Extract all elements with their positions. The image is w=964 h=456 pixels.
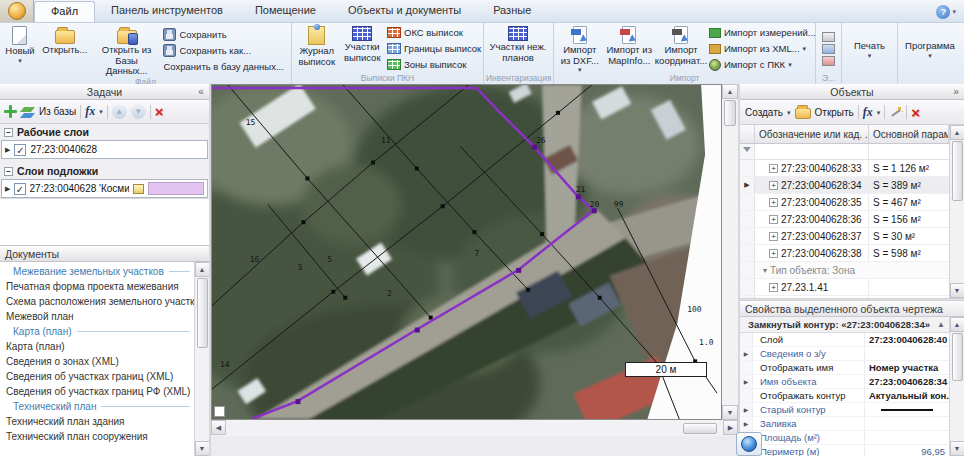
- map-canvas[interactable]: 151116142621209925371.0100 20 м: [211, 84, 722, 420]
- properties-group-header[interactable]: Замкнутый контур: «27:23:0040628:34» ▲: [740, 317, 949, 333]
- document-item[interactable]: Сведения о зонах (XML): [0, 354, 194, 369]
- import-xml-button[interactable]: Импорт из XML... ▾: [707, 41, 813, 57]
- new-button[interactable]: Новый ▾: [2, 24, 38, 77]
- globe-button[interactable]: [736, 432, 762, 456]
- uchastki-vypisok-button[interactable]: Участки выписок: [340, 24, 386, 73]
- settings-wand-icon[interactable]: [889, 106, 902, 119]
- document-item[interactable]: Карта (план): [0, 324, 194, 339]
- chevron-down-icon[interactable]: ▾: [877, 109, 881, 116]
- column-header-parameter[interactable]: Основной параметр: [869, 125, 949, 143]
- layer-visibility-checkbox[interactable]: ✓: [14, 183, 25, 195]
- document-item[interactable]: Технический план: [0, 399, 194, 414]
- scroll-up-icon[interactable]: ▲: [950, 125, 964, 140]
- property-row[interactable]: ▶ Имя объекта 27:23:0040628:34: [740, 375, 949, 389]
- expand-plus-icon[interactable]: +: [769, 198, 778, 207]
- document-item[interactable]: Схема расположения земельного участка: [0, 294, 194, 309]
- property-value[interactable]: 27:23:0040628:40: [865, 333, 949, 346]
- table-row[interactable]: ▶ + ▾ 27:23:0040628:34 S = 389 м²: [740, 177, 949, 194]
- map-horizontal-scrollbar[interactable]: ◀ ▶: [211, 420, 738, 436]
- save-to-db-button[interactable]: Сохранить в базу данных...: [161, 58, 289, 74]
- scrollbar-thumb[interactable]: [683, 423, 717, 434]
- delete-object-button[interactable]: ×: [911, 106, 920, 119]
- property-row[interactable]: ▶ Старый контур: [740, 403, 949, 417]
- document-item[interactable]: Технический план сооружения: [0, 429, 194, 444]
- document-item[interactable]: Межевание земельных участков: [0, 264, 194, 279]
- working-layers-group[interactable]: − Рабочие слои: [0, 124, 209, 140]
- property-value[interactable]: [865, 347, 949, 360]
- document-item[interactable]: Сведения об участках границ (XML): [0, 369, 194, 384]
- scroll-down-icon[interactable]: ▼: [722, 405, 738, 420]
- expand-plus-icon[interactable]: +: [769, 249, 778, 258]
- property-value[interactable]: 27:23:0040628:34: [865, 375, 949, 388]
- collapse-minus-icon[interactable]: −: [4, 167, 13, 176]
- scrollbar-thumb[interactable]: [724, 100, 736, 126]
- open-from-db-button[interactable]: Открыть из Базы Данных...: [92, 24, 162, 77]
- filter-row[interactable]: [740, 144, 949, 160]
- scroll-left-icon[interactable]: ◀: [211, 420, 226, 435]
- table-row[interactable]: ▶ + ▾ 27.23.1.41: [740, 279, 949, 296]
- document-item[interactable]: Межевой план: [0, 309, 194, 324]
- map-vertical-scrollbar[interactable]: ▲ ▼: [722, 84, 738, 420]
- collapse-up-icon[interactable]: ▲: [937, 320, 945, 329]
- print-button[interactable]: Печать ▾: [845, 38, 895, 59]
- objects-scrollbar[interactable]: ▲ ▼: [949, 125, 964, 298]
- property-row[interactable]: ▶ Отображать имя Номер участка: [740, 361, 949, 375]
- table-row[interactable]: ▶ + ▾ 27:23:0040628:37 S = 30 м²: [740, 228, 949, 245]
- expand-plus-icon[interactable]: +: [769, 164, 778, 173]
- expand-plus-icon[interactable]: +: [769, 283, 778, 292]
- layer-color-swatch[interactable]: [148, 182, 204, 195]
- zony-vypisok-button[interactable]: Зоны выписок: [385, 57, 481, 73]
- working-layer-row[interactable]: ▶ ✓ 27:23:0040628: [1, 140, 208, 159]
- property-row[interactable]: ▶ Заливка: [740, 417, 949, 431]
- table-row[interactable]: ▶ + ▾ 27:23:0040628:36 S = 156 м²: [740, 211, 949, 228]
- ribbon-tab[interactable]: Разные: [477, 1, 547, 22]
- document-item[interactable]: Технический план здания: [0, 414, 194, 429]
- scroll-up-icon[interactable]: ▲: [722, 84, 738, 99]
- expand-plus-icon[interactable]: +: [769, 232, 778, 241]
- property-value[interactable]: [865, 417, 949, 430]
- column-header-designation[interactable]: Обозначение или кад. ...: [755, 125, 869, 143]
- documents-scrollbar[interactable]: ▲ ▼: [194, 262, 209, 456]
- import-mapinfo-button[interactable]: Импорт из MapInfo...: [604, 24, 655, 73]
- ribbon-tab[interactable]: Файл: [34, 1, 95, 22]
- layer-visibility-checkbox[interactable]: ✓: [14, 144, 26, 156]
- row-expander-icon[interactable]: ▶: [5, 185, 10, 193]
- save-button[interactable]: Сохранить: [161, 26, 289, 42]
- property-row[interactable]: ▶ Отображать контур Актуальный кон...: [740, 389, 949, 403]
- group-collapse-icon[interactable]: ▾: [763, 266, 767, 275]
- property-row[interactable]: ▶ Периметр (м) 96,95: [740, 445, 949, 456]
- move-layer-up-button[interactable]: ▲: [112, 104, 127, 119]
- scroll-up-icon[interactable]: ▲: [950, 317, 964, 332]
- oks-vypisok-button[interactable]: ОКС выписок: [385, 25, 481, 41]
- scroll-down-icon[interactable]: ▼: [950, 283, 964, 298]
- property-value[interactable]: [865, 403, 949, 416]
- ribbon-tab[interactable]: Объекты и документы: [332, 1, 477, 22]
- underlay-layers-group[interactable]: − Слои подложки: [0, 163, 209, 179]
- import-coords-button[interactable]: Импорт координат...: [655, 24, 707, 73]
- save-as-button[interactable]: Сохранить как...: [161, 42, 289, 58]
- create-button[interactable]: Создать: [745, 107, 783, 118]
- export-doc-blue-icon[interactable]: [822, 44, 835, 54]
- properties-scrollbar[interactable]: ▲ ▼: [949, 317, 964, 456]
- scroll-down-icon[interactable]: ▼: [950, 441, 964, 456]
- open-button[interactable]: Открыть...: [38, 24, 92, 77]
- fx-button[interactable]: fx: [863, 105, 873, 120]
- property-row[interactable]: ▶ Площадь (м²): [740, 431, 949, 445]
- uchastki-mezh-planov-button[interactable]: Участки неж. планов: [486, 24, 550, 73]
- granitsy-vypisok-button[interactable]: Границы выписок: [385, 41, 481, 57]
- from-base-button[interactable]: Из базы: [39, 106, 76, 117]
- scroll-up-icon[interactable]: ▲: [195, 262, 210, 277]
- journal-vypisok-button[interactable]: Журнал выписок: [294, 24, 340, 73]
- app-menu-button[interactable]: [0, 0, 34, 22]
- export-doc-gray-icon[interactable]: [822, 32, 835, 42]
- export-doc-red-icon[interactable]: [822, 56, 835, 66]
- chevron-down-icon[interactable]: ▾: [787, 109, 791, 116]
- document-item[interactable]: Печатная форма проекта межевания: [0, 279, 194, 294]
- ribbon-tab[interactable]: Панель инструментов: [95, 1, 239, 22]
- import-pkk-button[interactable]: Импорт с ПКК ▾: [707, 57, 813, 73]
- expand-plus-icon[interactable]: +: [769, 181, 778, 190]
- ribbon-tab[interactable]: Помещение: [239, 1, 332, 22]
- move-layer-down-button[interactable]: ▼: [131, 104, 146, 119]
- property-value[interactable]: Номер участка: [865, 361, 949, 374]
- open-button[interactable]: Открыть: [815, 107, 854, 118]
